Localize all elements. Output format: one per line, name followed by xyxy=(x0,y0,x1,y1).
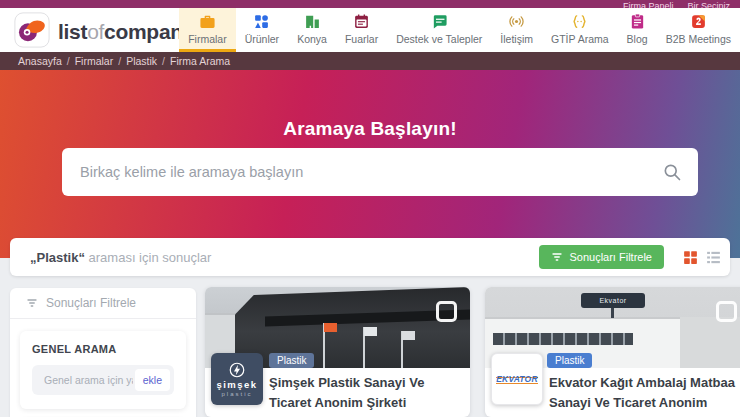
nav-item-label: Fuarlar xyxy=(345,33,378,45)
nav-item-label: Firmalar xyxy=(188,33,227,45)
nav-item-gtip-arama[interactable]: GTİP Arama xyxy=(542,8,618,52)
hero-banner: Aramaya Başlayın! xyxy=(0,70,740,258)
compare-checkbox[interactable] xyxy=(716,301,737,322)
filter-icon xyxy=(551,251,563,263)
breadcrumb-separator: / xyxy=(118,55,121,67)
hero-search-box xyxy=(62,148,698,196)
breadcrumb-separator: / xyxy=(67,55,70,67)
sector-badge[interactable]: Plastik xyxy=(547,353,592,368)
breadcrumb: Anasayfa / Firmalar / Plastik / Firma Ar… xyxy=(0,52,740,70)
filter-sidebar: Sonuçları Filtrele GENEL ARAMA ekle SEKT… xyxy=(10,288,196,417)
nav-item-label: B2B Meetings xyxy=(666,33,731,45)
nav-item-fuarlar[interactable]: Fuarlar xyxy=(336,8,387,52)
list-view-icon[interactable] xyxy=(705,249,722,266)
shapes-icon xyxy=(253,13,270,30)
b2b-icon xyxy=(690,13,707,30)
nav-item-label: GTİP Arama xyxy=(551,33,609,45)
breadcrumb-separator: / xyxy=(162,55,165,67)
nav-item-label: Destek ve Talepler xyxy=(396,33,482,45)
nav-item-urunler[interactable]: Ürünler xyxy=(236,8,288,52)
grid-view-icon[interactable] xyxy=(682,249,699,266)
nav-item-blog[interactable]: Blog xyxy=(618,8,657,52)
compare-checkbox[interactable] xyxy=(436,301,457,322)
sector-badge[interactable]: Plastik xyxy=(269,353,314,368)
sidebar-title: Sonuçları Filtrele xyxy=(46,296,136,310)
breadcrumb-item-plastik[interactable]: Plastik xyxy=(126,55,157,67)
results-summary: „Plastik“ araması için sonuçlar xyxy=(30,250,539,265)
chat-icon xyxy=(431,13,448,30)
general-search-title: GENEL ARAMA xyxy=(32,343,174,355)
main-nav: Firmalar Ürünler Konya Fuarlar xyxy=(179,8,740,52)
add-filter-button[interactable]: ekle xyxy=(135,369,170,391)
briefcase-icon xyxy=(199,13,216,30)
breadcrumb-item-firma-arama[interactable]: Firma Arama xyxy=(170,55,230,67)
general-search-section: GENEL ARAMA ekle xyxy=(20,331,186,409)
nav-item-destek-ve-talepler[interactable]: Destek ve Talepler xyxy=(387,8,491,52)
company-card: Ekvator Plastik EKVATOR Ekvator Kağıt Am… xyxy=(485,287,740,417)
nav-item-label: Ürünler xyxy=(245,33,279,45)
logo-mark-icon xyxy=(14,12,50,52)
filter-results-button[interactable]: Sonuçları Filtrele xyxy=(539,245,664,269)
general-search-field: ekle xyxy=(32,365,174,395)
search-icon[interactable] xyxy=(662,162,682,182)
building-sign: Ekvator xyxy=(599,297,626,304)
calendar-icon xyxy=(353,13,370,30)
firm-panel-link[interactable]: Firma Paneli xyxy=(623,1,674,8)
nav-item-konya[interactable]: Konya xyxy=(288,8,336,52)
nav-item-firmalar[interactable]: Firmalar xyxy=(179,8,236,52)
nav-item-label: İletişim xyxy=(500,33,533,45)
filter-icon xyxy=(26,297,38,309)
general-search-input[interactable] xyxy=(42,373,135,387)
page: Firma Paneli Bir Seçiniz listofcompany xyxy=(0,0,740,417)
site-logo[interactable]: listofcompany xyxy=(14,12,194,52)
building-icon xyxy=(304,13,321,30)
company-card: Plastik şimşek plastic Şimşek Plastik Sa… xyxy=(205,287,470,417)
broadcast-icon xyxy=(508,13,525,30)
company-title-link[interactable]: Şimşek Plastik Sanayi Ve Ticaret Anonim … xyxy=(269,373,463,413)
company-logo[interactable]: EKVATOR xyxy=(491,353,543,405)
breadcrumb-item-firmalar[interactable]: Firmalar xyxy=(75,55,114,67)
nav-item-b2b-meetings[interactable]: B2B Meetings xyxy=(657,8,740,52)
code-brackets-icon xyxy=(571,13,588,30)
results-bar: „Plastik“ araması için sonuçlar Sonuçlar… xyxy=(10,238,730,276)
header: listofcompany Firmalar Ürünler Konya xyxy=(0,8,740,52)
nav-item-iletisim[interactable]: İletişim xyxy=(491,8,542,52)
logo-text: listofcompany xyxy=(58,20,194,44)
top-account-strip: Firma Paneli Bir Seçiniz xyxy=(0,0,740,8)
language-select[interactable]: Bir Seçiniz xyxy=(687,1,730,8)
sidebar-filter-header[interactable]: Sonuçları Filtrele xyxy=(10,288,196,319)
lightning-icon xyxy=(228,361,246,379)
breadcrumb-item-anasayfa[interactable]: Anasayfa xyxy=(18,55,62,67)
hero-title: Aramaya Başlayın! xyxy=(0,118,740,140)
nav-item-label: Konya xyxy=(297,33,327,45)
company-title-link[interactable]: Ekvator Kağıt Ambalaj Matbaa Sanayi Ve T… xyxy=(549,373,740,417)
clipboard-icon xyxy=(629,13,646,30)
hero-search-input[interactable] xyxy=(78,163,662,181)
company-logo[interactable]: şimşek plastic xyxy=(211,353,263,405)
nav-item-label: Blog xyxy=(627,33,648,45)
